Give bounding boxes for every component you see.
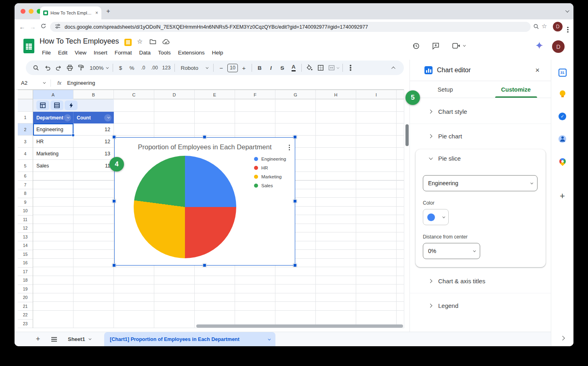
chart-resize-handle[interactable] bbox=[293, 264, 297, 267]
decrease-font-size-button[interactable]: − bbox=[216, 62, 227, 73]
vertical-scrollbar-thumb[interactable] bbox=[405, 124, 409, 146]
formula-input[interactable]: Engineering bbox=[67, 80, 95, 86]
tab-setup[interactable]: Setup bbox=[410, 81, 481, 98]
sheets-logo[interactable] bbox=[23, 39, 34, 53]
calendar-icon[interactable]: 31 bbox=[558, 68, 567, 77]
back-icon[interactable]: ← bbox=[17, 23, 27, 30]
menu-data[interactable]: Data bbox=[136, 48, 154, 57]
column-header-g[interactable]: G bbox=[275, 90, 316, 100]
cloud-status-icon[interactable] bbox=[162, 38, 170, 46]
tasks-icon[interactable]: ✓ bbox=[558, 111, 567, 121]
row-header[interactable]: 2 bbox=[18, 123, 33, 136]
forward-icon[interactable]: → bbox=[27, 23, 38, 30]
select-all-corner[interactable] bbox=[18, 90, 33, 100]
browser-menu-icon[interactable] bbox=[567, 25, 569, 32]
row-header[interactable]: 16 bbox=[18, 259, 33, 268]
section-legend[interactable]: Legend bbox=[410, 293, 551, 318]
cell-a4[interactable]: Marketing bbox=[33, 148, 73, 160]
row-header[interactable]: 4 bbox=[18, 148, 33, 160]
row-header[interactable]: 14 bbox=[18, 241, 33, 250]
print-icon[interactable] bbox=[65, 62, 75, 73]
cell-b4[interactable]: 13 bbox=[74, 148, 113, 160]
window-minimize-icon[interactable] bbox=[29, 9, 34, 14]
column-header-f[interactable]: F bbox=[235, 90, 275, 100]
row-header[interactable]: 12 bbox=[18, 224, 33, 233]
gemini-sparkle-icon[interactable] bbox=[536, 42, 543, 51]
menu-file[interactable]: File bbox=[39, 48, 54, 57]
all-sheets-icon[interactable] bbox=[49, 339, 59, 340]
contacts-icon[interactable] bbox=[558, 134, 567, 144]
chart-resize-handle[interactable] bbox=[112, 199, 116, 203]
chart-resize-handle[interactable] bbox=[112, 135, 116, 139]
browser-zoom-icon[interactable] bbox=[533, 23, 539, 31]
table-header-count[interactable]: Count bbox=[74, 112, 114, 123]
tab-close-icon[interactable]: × bbox=[95, 10, 98, 16]
distance-select[interactable]: 0% bbox=[423, 243, 480, 259]
comment-icon[interactable] bbox=[432, 42, 440, 51]
chart-resize-handle[interactable] bbox=[293, 135, 297, 139]
row-header[interactable]: 20 bbox=[18, 293, 33, 302]
row-header[interactable]: 11 bbox=[18, 215, 33, 224]
panel-close-icon[interactable]: × bbox=[535, 66, 540, 75]
maps-icon[interactable] bbox=[558, 157, 567, 166]
italic-button[interactable]: I bbox=[266, 62, 276, 73]
star-icon[interactable]: ☆ bbox=[137, 38, 143, 45]
count-filter-icon[interactable] bbox=[104, 114, 111, 121]
row-header[interactable]: 18 bbox=[18, 276, 33, 285]
slice-color-select[interactable] bbox=[423, 209, 449, 225]
table-view-chip[interactable] bbox=[36, 100, 49, 110]
fill-handle[interactable] bbox=[71, 134, 75, 137]
chart-resize-handle[interactable] bbox=[112, 264, 116, 267]
table-magic-chip[interactable] bbox=[65, 100, 78, 110]
row-header[interactable]: 7 bbox=[18, 181, 33, 190]
chart-resize-handle[interactable] bbox=[203, 264, 206, 267]
section-chart-style[interactable]: Chart style bbox=[410, 99, 551, 123]
more-formats-button[interactable]: 123 bbox=[161, 62, 172, 73]
fill-color-icon[interactable] bbox=[304, 62, 315, 73]
cell-b5[interactable]: 11 bbox=[74, 160, 113, 172]
reload-icon[interactable] bbox=[38, 23, 48, 31]
menu-format[interactable]: Format bbox=[111, 48, 135, 57]
decrease-decimal-button[interactable]: .0 bbox=[138, 62, 149, 73]
column-header-partial[interactable] bbox=[397, 90, 404, 100]
menu-insert[interactable]: Insert bbox=[90, 48, 111, 57]
section-chart-axis-titles[interactable]: Chart & axis titles bbox=[410, 269, 551, 293]
merge-cells-icon[interactable] bbox=[327, 62, 340, 73]
table-group-chip[interactable] bbox=[50, 100, 63, 110]
row-header[interactable]: 21 bbox=[18, 302, 33, 311]
menu-help[interactable]: Help bbox=[209, 48, 227, 57]
chart-container[interactable]: Proportion of Employees in Each Departme… bbox=[114, 137, 295, 266]
borders-icon[interactable] bbox=[315, 62, 326, 73]
column-header-b[interactable]: B bbox=[74, 90, 114, 100]
font-size-field[interactable]: 10 bbox=[227, 62, 238, 73]
row-header[interactable]: 13 bbox=[18, 233, 33, 242]
sheet-tab-sheet1[interactable]: Sheet1 bbox=[68, 336, 90, 342]
meet-video-icon[interactable] bbox=[452, 43, 465, 49]
tab-search-icon[interactable] bbox=[565, 8, 569, 13]
row-header[interactable]: 23 bbox=[18, 320, 33, 328]
menu-view[interactable]: View bbox=[71, 48, 90, 57]
column-header-e[interactable]: E bbox=[195, 90, 235, 100]
vertical-scrollbar[interactable] bbox=[404, 90, 410, 328]
tab-customize[interactable]: Customize bbox=[481, 81, 551, 98]
window-close-icon[interactable] bbox=[21, 9, 25, 14]
name-box[interactable]: A2 bbox=[15, 80, 43, 86]
bold-button[interactable]: B bbox=[254, 62, 265, 73]
account-avatar[interactable]: D bbox=[552, 40, 565, 53]
row-header[interactable]: 5 bbox=[18, 160, 33, 172]
column-header-i[interactable]: I bbox=[356, 90, 397, 100]
department-filter-icon[interactable] bbox=[64, 114, 71, 121]
row-header[interactable]: 19 bbox=[18, 285, 33, 294]
row-header[interactable]: 17 bbox=[18, 268, 33, 276]
column-header-c[interactable]: C bbox=[114, 90, 154, 100]
chart-object-tab[interactable]: [Chart1] Proportion of Employees in Each… bbox=[104, 332, 275, 346]
table-header-department[interactable]: Department bbox=[33, 112, 74, 123]
keep-icon[interactable] bbox=[558, 89, 567, 99]
row-header[interactable]: 10 bbox=[18, 207, 33, 215]
menu-extensions[interactable]: Extensions bbox=[175, 48, 208, 57]
increase-font-size-button[interactable]: + bbox=[239, 62, 249, 73]
format-percent-button[interactable]: % bbox=[127, 62, 137, 73]
column-header-h[interactable]: H bbox=[316, 90, 356, 100]
row-header[interactable]: 22 bbox=[18, 311, 33, 320]
name-box-dropdown-icon[interactable] bbox=[43, 81, 46, 84]
